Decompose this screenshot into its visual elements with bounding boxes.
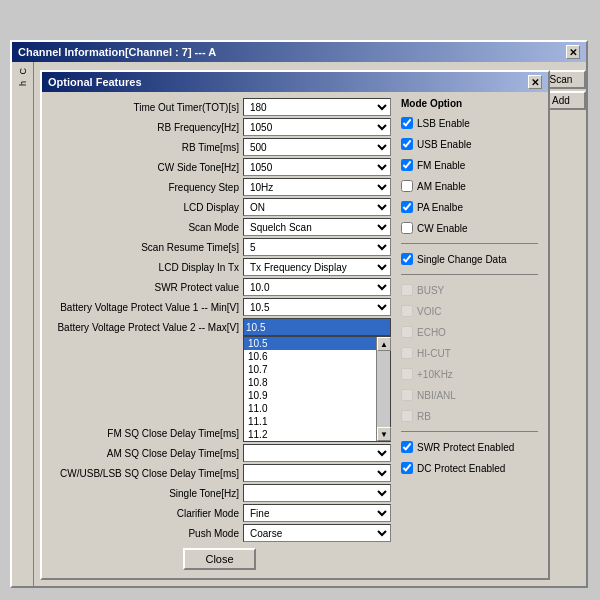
checkbox-echo-input[interactable] <box>401 326 413 338</box>
main-area: Optional Features ✕ Time Out Timer(TOT)[… <box>34 62 586 586</box>
inner-content: Time Out Timer(TOT)[s] 180 RB Frequency[… <box>42 92 548 578</box>
checkbox-am-label: AM Enable <box>417 181 466 192</box>
label-tot: Time Out Timer(TOT)[s] <box>48 102 243 113</box>
checkbox-lsb-enable: LSB Enable <box>401 114 538 132</box>
checkbox-rb: RB <box>401 407 538 425</box>
checkbox-pa-label: PA Enalbe <box>417 202 463 213</box>
inner-close-button[interactable]: ✕ <box>528 75 542 89</box>
form-row-tot: Time Out Timer(TOT)[s] 180 <box>48 98 391 116</box>
form-row-rb-freq: RB Frequency[Hz] 1050 <box>48 118 391 136</box>
form-row-scan-resume: Scan Resume Time[s] 5 <box>48 238 391 256</box>
checkbox-cw-input[interactable] <box>401 222 413 234</box>
form-row-batt-max: Battery Voltage Protect Value 2 -- Max[V… <box>48 318 391 336</box>
checkbox-busy-input[interactable] <box>401 284 413 296</box>
form-row-push-mode: Push Mode Coarse <box>48 524 391 542</box>
select-lcd-tx[interactable]: Tx Frequency Display <box>243 258 391 276</box>
checkbox-fm-enable: FM Enable <box>401 156 538 174</box>
form-row-single-tone: Single Tone[Hz] <box>48 484 391 502</box>
checkbox-voic-label: VOIC <box>417 306 441 317</box>
form-row-rb-time: RB Time[ms] 500 <box>48 138 391 156</box>
label-batt-max: Battery Voltage Protect Value 2 -- Max[V… <box>48 322 243 333</box>
label-am-sq: AM SQ Close Delay Time[ms] <box>48 448 243 459</box>
checkbox-swr-protect: SWR Protect Enabled <box>401 438 538 456</box>
select-cw-side-tone[interactable]: 1050 <box>243 158 391 176</box>
checkbox-busy: BUSY <box>401 281 538 299</box>
dropdown-batt-max[interactable]: 10.5 10.5 10.6 10.7 10.8 10.9 11.0 11.1 <box>243 318 391 336</box>
inner-titlebar: Optional Features ✕ <box>42 72 548 92</box>
section-divider-3 <box>401 431 538 432</box>
dropdown-item-6[interactable]: 11.1 <box>244 415 376 428</box>
section-divider-2 <box>401 274 538 275</box>
left-panel: C h <box>12 62 34 586</box>
checkbox-dc-protect-label: DC Protect Enabled <box>417 463 505 474</box>
outer-close-button[interactable]: ✕ <box>566 45 580 59</box>
scroll-track[interactable] <box>377 351 390 427</box>
scroll-up-arrow[interactable]: ▲ <box>377 337 391 351</box>
select-push-mode[interactable]: Coarse <box>243 524 391 542</box>
checkbox-dc-protect-input[interactable] <box>401 462 413 474</box>
dropdown-list: 10.5 10.6 10.7 10.8 10.9 11.0 11.1 11.2 <box>243 336 391 442</box>
select-rb-time[interactable]: 500 <box>243 138 391 156</box>
form-area: Time Out Timer(TOT)[s] 180 RB Frequency[… <box>48 98 391 572</box>
checkbox-fm-input[interactable] <box>401 159 413 171</box>
section-divider-1 <box>401 243 538 244</box>
dropdown-item-3[interactable]: 10.8 <box>244 376 376 389</box>
dropdown-item-1[interactable]: 10.6 <box>244 350 376 363</box>
inner-title: Optional Features <box>48 76 142 88</box>
form-row-am-sq: AM SQ Close Delay Time[ms] <box>48 444 391 462</box>
label-cw-sq: CW/USB/LSB SQ Close Delay Time[ms] <box>48 468 243 479</box>
label-scan-resume: Scan Resume Time[s] <box>48 242 243 253</box>
select-single-tone[interactable] <box>243 484 391 502</box>
dropdown-item-2[interactable]: 10.7 <box>244 363 376 376</box>
checkbox-pa-input[interactable] <box>401 201 413 213</box>
checkbox-swr-protect-input[interactable] <box>401 441 413 453</box>
select-am-sq[interactable] <box>243 444 391 462</box>
select-scan-mode[interactable]: Squelch Scan <box>243 218 391 236</box>
outer-window: Channel Information[Channel : 7] --- A ✕… <box>10 40 588 588</box>
mode-option-title: Mode Option <box>401 98 538 109</box>
form-row-swr-protect: SWR Protect value 10.0 <box>48 278 391 296</box>
dropdown-scrollbar[interactable]: ▲ ▼ <box>376 337 390 441</box>
checkbox-usb-input[interactable] <box>401 138 413 150</box>
select-freq-step[interactable]: 10Hz <box>243 178 391 196</box>
form-row-lcd-tx: LCD Display In Tx Tx Frequency Display <box>48 258 391 276</box>
select-batt-min[interactable]: 10.5 <box>243 298 391 316</box>
inner-dialog: Optional Features ✕ Time Out Timer(TOT)[… <box>40 70 550 580</box>
select-clarifier[interactable]: Fine <box>243 504 391 522</box>
select-cw-sq[interactable] <box>243 464 391 482</box>
label-single-tone: Single Tone[Hz] <box>48 488 243 499</box>
label-batt-min: Battery Voltage Protect Value 1 -- Min[V… <box>48 302 243 313</box>
form-row-freq-step: Frequency Step 10Hz <box>48 178 391 196</box>
dropdown-item-0[interactable]: 10.5 <box>244 337 376 350</box>
select-scan-resume[interactable]: 5 <box>243 238 391 256</box>
checkbox-hicut: HI-CUT <box>401 344 538 362</box>
select-swr-protect[interactable]: 10.0 <box>243 278 391 296</box>
select-tot[interactable]: 180 <box>243 98 391 116</box>
label-lcd-display: LCD Display <box>48 202 243 213</box>
watermark: WWW.LEFLOUPCB.COM <box>0 8 600 40</box>
form-row-batt-min: Battery Voltage Protect Value 1 -- Min[V… <box>48 298 391 316</box>
checkbox-fm-label: FM Enable <box>417 160 465 171</box>
checkbox-cw-label: CW Enable <box>417 223 468 234</box>
select-rb-freq[interactable]: 1050 <box>243 118 391 136</box>
checkbox-usb-enable: USB Enable <box>401 135 538 153</box>
checkbox-am-input[interactable] <box>401 180 413 192</box>
dropdown-item-5[interactable]: 11.0 <box>244 402 376 415</box>
dropdown-selected-value[interactable]: 10.5 <box>243 318 391 336</box>
checkbox-hicut-input[interactable] <box>401 347 413 359</box>
checkbox-rb-input[interactable] <box>401 410 413 422</box>
checkbox-single-change-input[interactable] <box>401 253 413 265</box>
checkbox-swr-protect-label: SWR Protect Enabled <box>417 442 514 453</box>
scroll-down-arrow[interactable]: ▼ <box>377 427 391 441</box>
close-button[interactable]: Close <box>183 548 255 570</box>
checkbox-voic-input[interactable] <box>401 305 413 317</box>
checkbox-nbianl-input[interactable] <box>401 389 413 401</box>
select-lcd-display[interactable]: ON <box>243 198 391 216</box>
checkbox-lsb-input[interactable] <box>401 117 413 129</box>
dropdown-item-7[interactable]: 11.2 <box>244 428 376 441</box>
form-row-scan-mode: Scan Mode Squelch Scan <box>48 218 391 236</box>
checkbox-10khz-input[interactable] <box>401 368 413 380</box>
checkbox-echo-label: ECHO <box>417 327 446 338</box>
dropdown-item-4[interactable]: 10.9 <box>244 389 376 402</box>
checkbox-voic: VOIC <box>401 302 538 320</box>
